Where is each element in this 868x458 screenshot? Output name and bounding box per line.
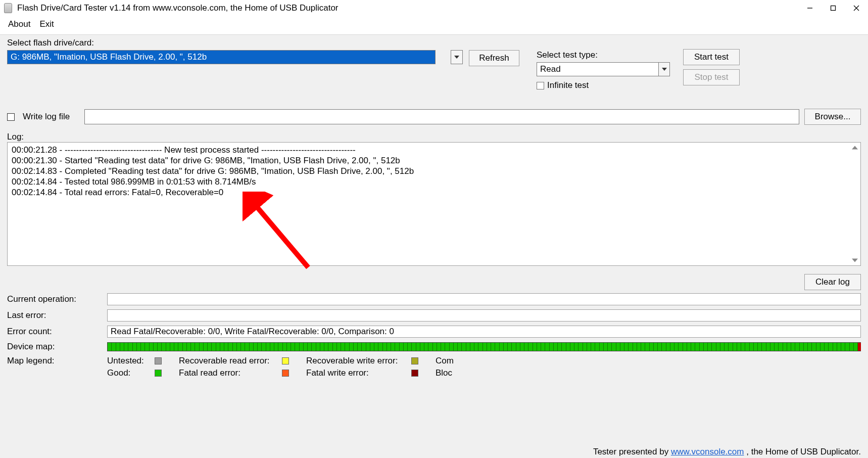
current-op-label: Current operation:	[7, 294, 107, 304]
legend-comp-label: Com	[436, 356, 454, 366]
close-button[interactable]	[845, 1, 868, 16]
log-line: 00:02:14.84 - Tested total 986.999MB in …	[12, 176, 856, 187]
legend-untested-label: Untested:	[107, 356, 151, 366]
log-line: 00:00:21.28 - --------------------------…	[12, 145, 856, 155]
footer-suffix: , the Home of USB Duplicator.	[746, 447, 861, 456]
last-error-value	[107, 309, 861, 322]
minimize-button[interactable]	[798, 1, 822, 16]
infinite-test-checkbox[interactable]	[537, 82, 544, 89]
map-legend-label: Map legend:	[7, 356, 107, 366]
maximize-button[interactable]	[822, 1, 845, 16]
drive-combo-selected[interactable]: G: 986MB, "Imation, USB Flash Drive, 2.0…	[7, 50, 436, 64]
test-type-dropdown[interactable]	[658, 63, 669, 76]
legend-untested-swatch	[155, 357, 162, 364]
drive-combo[interactable]: G: 986MB, "Imation, USB Flash Drive, 2.0…	[7, 50, 463, 64]
legend-fatal-write-label: Fatal write error:	[306, 368, 407, 378]
device-map-label: Device map:	[7, 342, 107, 352]
test-type-label: Select test type:	[537, 50, 670, 60]
svg-line-9	[252, 201, 308, 267]
svg-marker-6	[852, 146, 858, 149]
legend-rec-read-swatch	[282, 357, 289, 364]
write-log-checkbox[interactable]	[7, 113, 15, 121]
error-count-value: Read Fatal/Recoverable: 0/0, Write Fatal…	[107, 326, 861, 338]
test-type-selected: Read	[537, 64, 658, 74]
legend-rec-read-label: Recoverable read error:	[179, 356, 278, 366]
legend-rec-write-swatch	[411, 357, 418, 364]
window-title: Flash Drive/Card Tester v1.14 from www.v…	[17, 3, 798, 13]
footer-link[interactable]: www.vconsole.com	[671, 447, 744, 456]
log-line: 00:02:14.84 - Total read errors: Fatal=0…	[12, 187, 856, 198]
titlebar: Flash Drive/Card Tester v1.14 from www.v…	[0, 0, 868, 16]
svg-marker-4	[454, 56, 459, 59]
svg-marker-7	[852, 258, 858, 262]
legend-good-swatch	[155, 370, 162, 377]
log-line: 00:00:21.30 - Started "Reading test data…	[12, 155, 856, 166]
svg-rect-1	[831, 6, 836, 11]
window-controls	[798, 1, 868, 16]
log-scrollbar[interactable]	[850, 145, 859, 263]
log-box[interactable]: 00:00:21.28 - --------------------------…	[7, 142, 861, 266]
legend-good-label: Good:	[107, 368, 151, 378]
svg-marker-5	[662, 68, 667, 71]
app-window: Flash Drive/Card Tester v1.14 from www.v…	[0, 0, 868, 458]
legend-fatal-read-label: Fatal read error:	[179, 368, 278, 378]
menu-about[interactable]: About	[8, 19, 30, 29]
error-count-label: Error count:	[7, 327, 107, 337]
annotation-arrow-icon	[243, 192, 323, 278]
legend-block-label: Bloc	[436, 368, 452, 378]
legend-fatal-read-swatch	[282, 370, 289, 377]
write-log-label: Write log file	[23, 112, 79, 122]
clear-log-button[interactable]: Clear log	[804, 274, 861, 290]
refresh-button[interactable]: Refresh	[469, 50, 519, 66]
device-map	[107, 342, 861, 351]
scroll-up-icon[interactable]	[852, 145, 858, 151]
scroll-down-icon[interactable]	[852, 257, 858, 263]
stop-test-button: Stop test	[683, 69, 740, 85]
browse-button[interactable]: Browse...	[804, 109, 861, 125]
usb-drive-icon	[4, 3, 12, 13]
start-test-button[interactable]: Start test	[683, 49, 740, 65]
legend-fatal-write-swatch	[411, 370, 418, 377]
infinite-test-label: Infinite test	[547, 80, 589, 90]
footer: Tester presented by www.vconsole.com , t…	[593, 447, 861, 457]
test-type-combo[interactable]: Read	[537, 62, 670, 76]
legend-rec-write-label: Recoverable write error:	[306, 356, 407, 366]
current-op-value	[107, 293, 861, 305]
client-area: Select flash drive/card: G: 986MB, "Imat…	[0, 34, 868, 458]
drive-combo-dropdown[interactable]	[451, 50, 463, 64]
log-file-path-input[interactable]	[84, 109, 799, 124]
log-line: 00:02:14.83 - Completed "Reading test da…	[12, 166, 856, 176]
menubar: About Exit	[0, 16, 868, 34]
select-drive-label: Select flash drive/card:	[7, 38, 861, 48]
menu-exit[interactable]: Exit	[39, 19, 54, 29]
footer-prefix: Tester presented by	[593, 447, 671, 456]
last-error-label: Last error:	[7, 310, 107, 320]
log-label: Log:	[7, 132, 861, 142]
